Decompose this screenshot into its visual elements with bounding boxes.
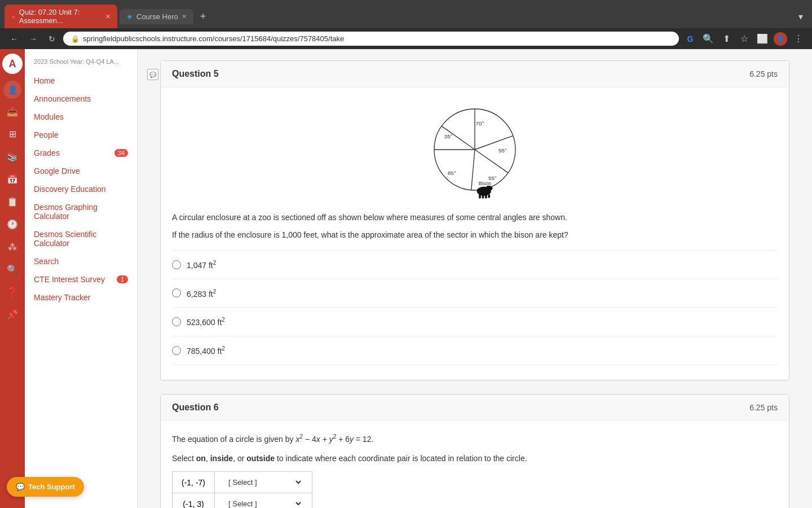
divider-bottom: [172, 365, 778, 365]
tab-coursehero[interactable]: ★ Course Hero ✕: [120, 9, 193, 24]
choice-c[interactable]: 523,600 ft2: [172, 311, 778, 332]
sidebar-item-desmos-scientific[interactable]: Desmos Scientific Calculator: [25, 225, 137, 252]
q5-text1: A circular enclosure at a zoo is section…: [172, 212, 778, 224]
choice-b[interactable]: 6,283 ft2: [172, 283, 778, 304]
nav-icon-dashboard[interactable]: ⊞: [2, 124, 23, 144]
radio-c[interactable]: [172, 317, 181, 326]
nav-icon-help[interactable]: ❓: [2, 282, 23, 302]
nav-icon-commons[interactable]: ⁂: [2, 237, 23, 257]
search-icon[interactable]: 🔍: [701, 33, 715, 44]
sidebar-label-modules: Modules: [34, 112, 64, 121]
choice-a[interactable]: 1,047 ft2: [172, 254, 778, 275]
tab-quiz[interactable]: ● Quiz: 07.20 Unit 7: Assessmen... ✕: [5, 5, 117, 28]
sidebar-item-home[interactable]: Home: [25, 72, 137, 90]
table-row-1: (-1, -7) [ Select ] on inside outside: [173, 472, 312, 493]
sidebar-label-announcements: Announcements: [34, 94, 91, 103]
nav-icon-search[interactable]: 🔍: [2, 259, 23, 279]
school-year-label: 2023 School Year: Q4-Q4 LA...: [25, 56, 137, 72]
inbox-icon: 📥: [7, 106, 18, 117]
sidebar-item-modules[interactable]: Modules: [25, 108, 137, 126]
sidebar-item-people[interactable]: People: [25, 126, 137, 144]
nav-icon-profile[interactable]: 👤: [3, 81, 21, 99]
tab-dropdown[interactable]: ▾: [794, 9, 807, 24]
sidebar-label-grades: Grades: [34, 148, 60, 157]
sidebar-label-discovery-education: Discovery Education: [34, 185, 106, 194]
history-icon: 🕐: [7, 219, 18, 230]
google-icon[interactable]: G: [683, 34, 697, 43]
select-2[interactable]: [ Select ] on inside outside: [224, 498, 303, 508]
url-box[interactable]: 🔒 springfieldpublicschools.instructure.c…: [63, 32, 679, 46]
svg-text:85°: 85°: [448, 170, 456, 176]
sidebar: 2023 School Year: Q4-Q4 LA... Home Annou…: [25, 49, 138, 508]
tab-close-1[interactable]: ✕: [105, 13, 111, 20]
reload-button[interactable]: ↻: [45, 32, 59, 46]
commons-icon: ⁂: [8, 242, 17, 252]
sidebar-label-cte: CTE Interest Survey: [34, 275, 105, 284]
tech-support-label: Tech Support: [28, 483, 75, 491]
tab-close-2[interactable]: ✕: [182, 13, 187, 20]
sidebar-label-search: Search: [34, 257, 59, 266]
select-cell-2[interactable]: [ Select ] on inside outside: [215, 493, 312, 508]
user-avatar[interactable]: 👤: [774, 32, 787, 46]
sidebar-item-desmos-graphing[interactable]: Desmos Graphing Calculator: [25, 198, 137, 225]
nav-icon-pin[interactable]: 📌: [2, 304, 23, 325]
label-b: 6,283 ft2: [187, 288, 216, 299]
menu-icon[interactable]: ⋮: [792, 33, 805, 44]
q5-header: Question 5 6.25 pts: [161, 61, 789, 87]
grades-badge: 34: [114, 149, 128, 157]
new-tab-button[interactable]: +: [196, 8, 211, 25]
divider-1: [172, 279, 778, 279]
tab-bar: ● Quiz: 07.20 Unit 7: Assessmen... ✕ ★ C…: [0, 0, 812, 28]
svg-point-14: [486, 186, 493, 191]
forward-button[interactable]: →: [26, 32, 41, 46]
nav-icon-inbox2[interactable]: 📋: [2, 191, 23, 212]
sidebar-item-discovery-education[interactable]: Discovery Education: [25, 180, 137, 198]
divider-3: [172, 336, 778, 336]
main-content: 💬 Question 5 6.25 pts: [138, 49, 812, 508]
share-icon[interactable]: ⬆: [720, 33, 733, 44]
sidebar-item-google-drive[interactable]: Google Drive: [25, 162, 137, 180]
select-cell-1[interactable]: [ Select ] on inside outside: [215, 472, 312, 493]
tab-title-1: Quiz: 07.20 Unit 7: Assessmen...: [19, 8, 102, 25]
sidebar-item-grades[interactable]: Grades 34: [25, 144, 137, 162]
browser-chrome: ● Quiz: 07.20 Unit 7: Assessmen... ✕ ★ C…: [0, 0, 812, 49]
question-5-card: 💬 Question 5 6.25 pts: [160, 60, 789, 380]
back-button[interactable]: ←: [7, 32, 21, 46]
tab-favicon-1: ●: [11, 12, 16, 21]
q5-comment-icon[interactable]: 💬: [147, 69, 158, 80]
canvas-logo[interactable]: A: [2, 54, 23, 74]
svg-rect-17: [485, 194, 487, 198]
radio-b[interactable]: [172, 288, 181, 297]
chat-icon: 💬: [16, 483, 25, 491]
url-text: springfieldpublicschools.instructure.com…: [83, 34, 344, 43]
sidebar-label-mastery-tracker: Mastery Tracker: [34, 293, 90, 302]
svg-rect-16: [482, 194, 484, 198]
nav-icon-history[interactable]: 🕐: [2, 214, 23, 234]
sidebar-label-google-drive: Google Drive: [34, 167, 80, 176]
radio-d[interactable]: [172, 346, 181, 355]
sidebar-item-search[interactable]: Search: [25, 252, 137, 270]
browser-icons: G 🔍 ⬆ ☆ ⬜ 👤 ⋮: [683, 32, 805, 46]
select-1[interactable]: [ Select ] on inside outside: [224, 476, 303, 488]
lock-icon: 🔒: [71, 35, 80, 43]
profile-icon[interactable]: ⬜: [756, 33, 769, 44]
coord-2: (-1, 3): [173, 493, 215, 508]
nav-icon-courses[interactable]: 📚: [2, 146, 23, 167]
nav-icon-calendar[interactable]: 📅: [2, 169, 23, 189]
tech-support-button[interactable]: 💬 Tech Support: [7, 477, 84, 497]
svg-text:70°: 70°: [476, 120, 484, 126]
nav-icon-inbox[interactable]: 📥: [2, 101, 23, 121]
table-row-2: (-1, 3) [ Select ] on inside outside: [173, 493, 312, 508]
sidebar-item-cte[interactable]: CTE Interest Survey 1: [25, 270, 137, 288]
sidebar-item-mastery-tracker[interactable]: Mastery Tracker: [25, 288, 137, 306]
q6-pts: 6.25 pts: [749, 403, 778, 412]
cte-badge: 1: [117, 275, 128, 283]
avatar-initial: 👤: [776, 35, 784, 42]
svg-text:55°: 55°: [498, 147, 507, 154]
address-bar: ← → ↻ 🔒 springfieldpublicschools.instruc…: [0, 28, 812, 49]
radio-a[interactable]: [172, 260, 181, 269]
bookmark-icon[interactable]: ☆: [738, 33, 751, 44]
choice-d[interactable]: 785,400 ft2: [172, 340, 778, 361]
divider-top: [172, 250, 778, 251]
sidebar-item-announcements[interactable]: Announcements: [25, 90, 137, 108]
